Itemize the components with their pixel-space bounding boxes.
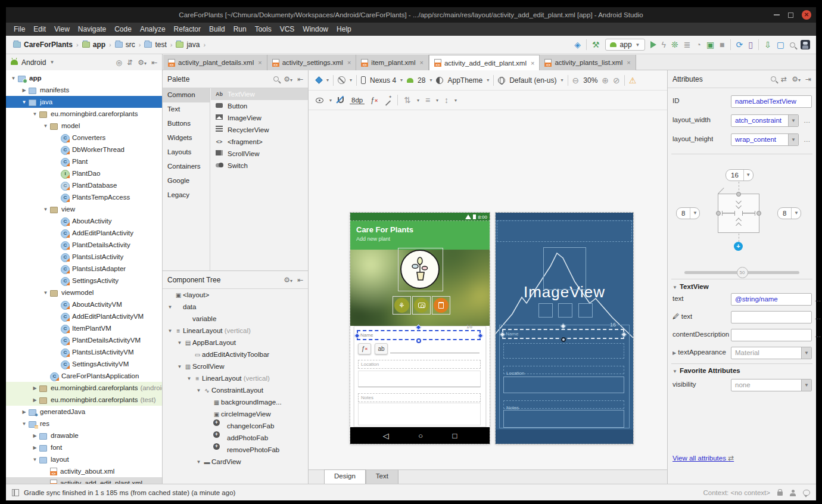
palette-item[interactable]: AbTextView xyxy=(211,88,308,100)
breadcrumb-item[interactable]: src xyxy=(114,39,136,50)
project-tree-item[interactable]: ▼java xyxy=(6,96,162,108)
layout-width-select[interactable]: atch_constraint▼ xyxy=(731,114,799,127)
margin-right-select[interactable]: 8▼ xyxy=(777,207,801,219)
project-tree-item[interactable]: CareForPlantsApplication xyxy=(6,370,162,382)
blueprint-name-input[interactable] xyxy=(503,343,624,359)
attach-debugger-icon[interactable]: ◈ xyxy=(574,40,581,49)
palette-category-google[interactable]: Google xyxy=(163,174,210,188)
breadcrumb-item[interactable]: test xyxy=(143,39,167,50)
expand-arrow-icon[interactable]: ▶ xyxy=(31,445,39,450)
editor-tab[interactable]: activity_plant_details.xml× xyxy=(163,55,267,70)
visibility-select[interactable]: none▼ xyxy=(731,379,812,391)
expand-arrow-icon[interactable]: ▼ xyxy=(31,111,39,117)
editor-tab[interactable]: activity_settings.xml× xyxy=(267,55,357,70)
project-tree-item[interactable]: PlantDatabase xyxy=(6,179,162,191)
expand-arrow-icon[interactable]: ▼ xyxy=(195,459,203,465)
blueprint-notes-field[interactable]: Notes xyxy=(503,400,624,409)
menu-code[interactable]: Code xyxy=(110,24,136,35)
notes-input[interactable] xyxy=(358,403,481,425)
project-tree-item[interactable]: AboutActivityVM xyxy=(6,298,162,310)
location-input[interactable] xyxy=(358,371,481,387)
selection-handle[interactable] xyxy=(621,332,627,338)
search-icon[interactable] xyxy=(273,76,279,82)
expand-arrow-icon[interactable]: ▼ xyxy=(195,388,203,393)
sync-gradle-icon[interactable]: ⟳ xyxy=(736,40,743,49)
project-tree-item[interactable]: ▼view xyxy=(6,203,162,215)
change-icon-fab[interactable]: ⚘ xyxy=(394,298,409,313)
blueprint-fab-1[interactable] xyxy=(538,303,553,318)
component-tree-item[interactable]: ▭addEditActivityToolbar xyxy=(163,349,308,360)
pack-icon[interactable]: ⇅ xyxy=(404,95,411,105)
component-tree-item[interactable]: changeIconFab xyxy=(163,420,308,432)
blueprint-circle-image[interactable] xyxy=(543,247,586,290)
textview-section-header[interactable]: ▼TextView xyxy=(672,283,709,290)
project-tree-item[interactable]: activity_about.xml xyxy=(6,465,162,477)
breadcrumb-item[interactable]: CareForPlants xyxy=(12,39,74,50)
apply-changes-icon[interactable]: ϟ xyxy=(662,40,666,49)
expand-arrow-icon[interactable]: ▼ xyxy=(10,76,17,81)
orientation-icon[interactable] xyxy=(338,76,345,84)
menu-tools[interactable]: Tools xyxy=(251,24,276,35)
avd-manager-icon[interactable]: ▯ xyxy=(748,40,753,49)
palette-category-common[interactable]: Common xyxy=(163,88,210,102)
selection-handle[interactable] xyxy=(416,325,422,331)
blueprint-appbar[interactable] xyxy=(497,220,632,242)
theme-select[interactable]: AppTheme xyxy=(447,76,482,85)
hide-panel-icon[interactable]: ⇤ xyxy=(297,276,303,284)
palette-category-layouts[interactable]: Layouts xyxy=(163,145,210,160)
menu-help[interactable]: Help xyxy=(332,24,356,35)
build-hammer-icon[interactable]: ⚒ xyxy=(592,40,600,49)
project-tree-item[interactable]: ▼viewmodel xyxy=(6,287,162,298)
lock-icon[interactable] xyxy=(777,491,783,496)
search-icon[interactable] xyxy=(771,76,776,82)
design-blueprint-mode-icon[interactable] xyxy=(315,76,322,83)
project-tree-item[interactable]: PlantsListActivityVM xyxy=(6,346,162,358)
distribute-icon[interactable]: ↕ xyxy=(444,95,449,105)
notifications-icon[interactable] xyxy=(803,490,810,496)
palette-item[interactable]: ImageView xyxy=(211,112,308,124)
expand-arrow-icon[interactable]: ▶ xyxy=(31,433,39,438)
run-on-device-icon[interactable]: ▣ xyxy=(706,40,714,49)
palette-category-legacy[interactable]: Legacy xyxy=(163,188,210,203)
project-tree-item[interactable]: Converters xyxy=(6,132,162,144)
close-tab-icon[interactable]: × xyxy=(531,60,534,67)
run-configuration-select[interactable]: app ▼ xyxy=(605,39,645,51)
default-margin-button[interactable]: 8dp xyxy=(350,97,365,104)
name-input-underline[interactable] xyxy=(390,353,480,353)
selection-handle[interactable] xyxy=(354,333,360,339)
expand-arrow-icon[interactable]: ▼ xyxy=(42,290,49,295)
expand-arrow-icon[interactable]: ▼ xyxy=(166,328,174,334)
expand-arrow-icon[interactable]: ▶ xyxy=(31,385,39,391)
project-tree-item[interactable]: SettingsActivityVM xyxy=(6,358,162,370)
name-field-selected[interactable]: Name xyxy=(357,330,481,340)
blueprint-preview-phone[interactable]: ImageView 16 Name xyxy=(496,213,633,444)
breadcrumb-item[interactable]: app xyxy=(81,39,107,50)
menu-window[interactable]: Window xyxy=(298,24,332,35)
project-tree-item[interactable]: PlantDao xyxy=(6,167,162,179)
close-tab-icon[interactable]: × xyxy=(627,59,630,66)
component-tree-item[interactable]: ▼≡LinearLayout (vertical) xyxy=(163,372,308,384)
component-tree-item[interactable]: ▼▤AppBarLayout xyxy=(163,337,308,349)
margin-top-select[interactable]: 16▼ xyxy=(726,169,754,181)
margin-left-select[interactable]: 8▼ xyxy=(676,207,700,219)
palette-category-buttons[interactable]: Buttons xyxy=(163,117,210,131)
blueprint-fab-2[interactable] xyxy=(558,303,572,318)
component-tree-item[interactable]: ▣<layout> xyxy=(163,289,308,301)
project-tree-item[interactable]: PlantDetailsActivity xyxy=(6,239,162,251)
preview-circle-image[interactable] xyxy=(400,250,440,289)
left-constraint-anchor[interactable] xyxy=(716,211,721,216)
close-button[interactable]: ✕ xyxy=(802,10,811,20)
content-description-more-button[interactable]: … xyxy=(814,331,822,338)
close-tab-icon[interactable]: × xyxy=(419,59,423,66)
expand-arrow-icon[interactable]: ▶ xyxy=(31,397,39,403)
sdk-manager-icon[interactable]: ⇩ xyxy=(764,40,771,49)
hide-panel-icon[interactable]: ⇤ xyxy=(297,75,303,83)
expand-arrow-icon[interactable]: ▼ xyxy=(166,304,174,310)
incognito-icon[interactable] xyxy=(790,490,796,496)
component-tree-item[interactable]: ▼▬CardView xyxy=(163,456,308,468)
project-tree-item[interactable]: DbWorkerThread xyxy=(6,144,162,155)
expand-arrow-icon[interactable]: ▼ xyxy=(20,421,28,427)
design-canvas[interactable]: 8:00 Care For Plants Add new plant xyxy=(309,110,667,469)
gear-icon[interactable]: ⚙▾ xyxy=(138,58,147,67)
selection-handle[interactable] xyxy=(560,323,566,329)
